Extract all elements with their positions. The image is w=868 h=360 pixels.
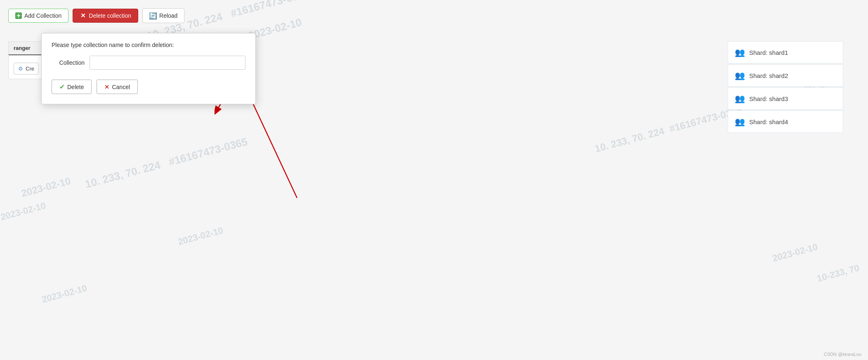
shard-label-3: Shard: shard3	[749, 95, 788, 102]
cancel-x-icon: ✕	[104, 84, 109, 90]
x-icon: ✕	[80, 12, 86, 19]
create-label: Cre	[26, 66, 34, 72]
reload-label: Reload	[159, 12, 177, 19]
shard-label-1: Shard: shard1	[749, 49, 788, 56]
shard-item-1[interactable]: 👥 Shard: shard1	[728, 41, 843, 64]
delete-confirmation-dialog: Please type collection name to confirm d…	[41, 33, 256, 104]
create-button[interactable]: ⚙ Cre	[14, 63, 39, 75]
reload-button[interactable]: 🔄 Reload	[142, 8, 184, 23]
confirm-delete-button[interactable]: ✔ Delete	[52, 80, 92, 94]
cancel-button[interactable]: ✕ Cancel	[97, 80, 138, 94]
reload-icon: 🔄	[149, 12, 157, 19]
confirm-delete-label: Delete	[67, 84, 84, 90]
toolbar: + Add Collection ✕ Delete collection 🔄 R…	[8, 8, 860, 23]
shard-label-4: Shard: shard4	[749, 118, 788, 125]
plus-icon: +	[15, 12, 22, 19]
shard-list: 👥 Shard: shard1 👥 Shard: shard2 👥 Shard:…	[728, 41, 843, 134]
shard-icon-1: 👥	[735, 47, 745, 57]
left-panel-title: ranger	[14, 45, 30, 51]
delete-collection-button[interactable]: ✕ Delete collection	[73, 9, 138, 23]
shard-label-2: Shard: shard2	[749, 72, 788, 79]
shard-item-3[interactable]: 👥 Shard: shard3	[728, 87, 843, 110]
collection-name-input[interactable]	[90, 56, 245, 70]
create-icon: ⚙	[18, 66, 23, 72]
checkmark-icon: ✔	[59, 83, 65, 91]
modal-field-row: Collection	[52, 56, 245, 70]
add-collection-label: Add Collection	[24, 12, 61, 19]
attribution: CSDN @kiraraLou	[824, 352, 861, 357]
shard-icon-3: 👥	[735, 94, 745, 104]
cancel-label: Cancel	[112, 84, 130, 90]
shard-item-2[interactable]: 👥 Shard: shard2	[728, 64, 843, 87]
add-collection-button[interactable]: + Add Collection	[8, 9, 68, 23]
shard-item-4[interactable]: 👥 Shard: shard4	[728, 111, 843, 133]
modal-title: Please type collection name to confirm d…	[52, 42, 245, 48]
modal-actions: ✔ Delete ✕ Cancel	[52, 80, 245, 94]
modal-collection-label: Collection	[52, 59, 85, 66]
shard-icon-2: 👥	[735, 71, 745, 80]
delete-collection-label: Delete collection	[89, 12, 131, 19]
shard-icon-4: 👥	[735, 117, 745, 127]
